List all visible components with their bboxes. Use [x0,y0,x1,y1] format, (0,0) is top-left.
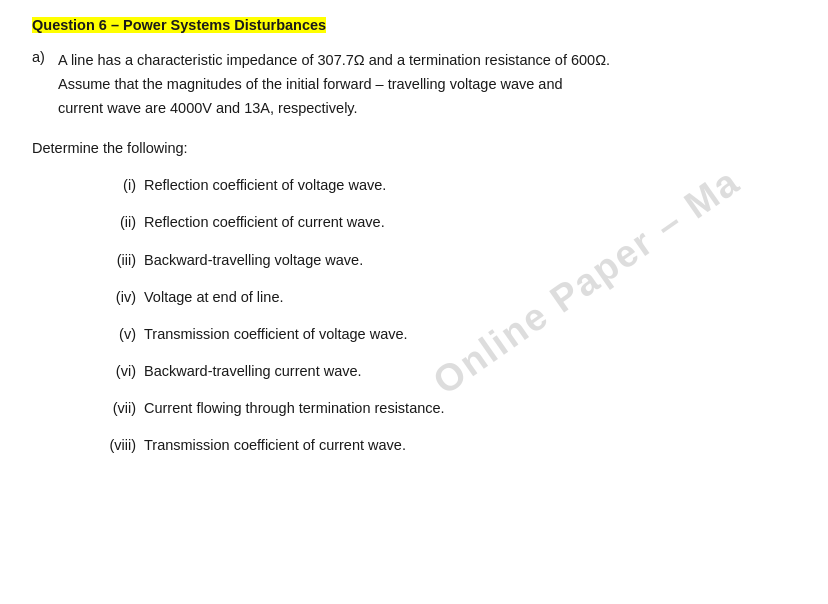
sub-item-label-7: (vii) [92,397,136,420]
part-a: a) A line has a characteristic impedance… [32,49,796,121]
sub-item-text-6: Backward-travelling current wave. [144,360,362,383]
question-title-container: Question 6 – Power Systems Disturbances [32,14,796,37]
sub-item-text-8: Transmission coefficient of current wave… [144,434,406,457]
part-a-line3: current wave are 4000V and 13A, respecti… [58,100,358,116]
sub-item-text-2: Reflection coefficient of current wave. [144,211,385,234]
sub-item-label-1: (i) [92,174,136,197]
sub-item-text-4: Voltage at end of line. [144,286,283,309]
sub-item-text-7: Current flowing through termination resi… [144,397,445,420]
sub-item-text-1: Reflection coefficient of voltage wave. [144,174,386,197]
sub-items-list: (i)Reflection coefficient of voltage wav… [92,174,796,458]
sub-item-label-5: (v) [92,323,136,346]
page-content: Question 6 – Power Systems Disturbances … [0,0,828,472]
sub-item-1: (i)Reflection coefficient of voltage wav… [92,174,796,197]
part-a-line1: A line has a characteristic impedance of… [58,52,610,68]
sub-item-6: (vi)Backward-travelling current wave. [92,360,796,383]
sub-item-5: (v)Transmission coefficient of voltage w… [92,323,796,346]
sub-item-label-2: (ii) [92,211,136,234]
sub-item-label-3: (iii) [92,249,136,272]
sub-item-label-8: (viii) [92,434,136,457]
sub-item-label-6: (vi) [92,360,136,383]
part-a-line2: Assume that the magnitudes of the initia… [58,76,563,92]
sub-item-8: (viii)Transmission coefficient of curren… [92,434,796,457]
determine-label: Determine the following: [32,137,796,160]
sub-item-label-4: (iv) [92,286,136,309]
sub-item-7: (vii)Current flowing through termination… [92,397,796,420]
part-a-text: A line has a characteristic impedance of… [58,49,610,121]
sub-item-text-3: Backward-travelling voltage wave. [144,249,363,272]
sub-item-text-5: Transmission coefficient of voltage wave… [144,323,408,346]
part-a-label: a) [32,49,52,65]
question-title: Question 6 – Power Systems Disturbances [32,17,326,33]
sub-item-2: (ii)Reflection coefficient of current wa… [92,211,796,234]
sub-item-3: (iii)Backward-travelling voltage wave. [92,249,796,272]
sub-item-4: (iv)Voltage at end of line. [92,286,796,309]
